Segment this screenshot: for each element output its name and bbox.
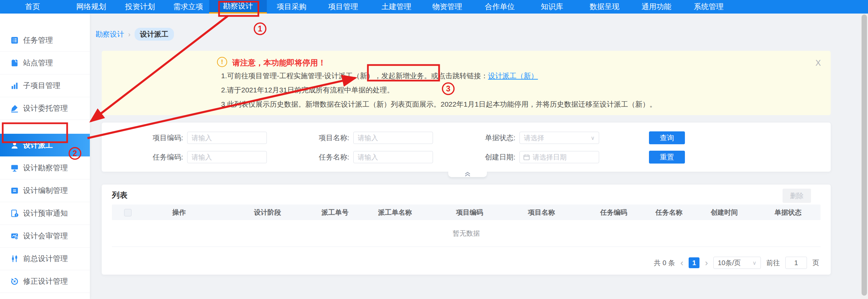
sidebar-item-revised-design-mgmt[interactable]: 修正设计管理 [0, 270, 90, 293]
query-button[interactable]: 查询 [649, 131, 685, 144]
top-nav: 首页 网络规划 投资计划 需求立项 勘察设计 项目采购 项目管理 土建管理 物资… [0, 0, 868, 14]
sidebar-item-task-mgmt[interactable]: 任务管理 [0, 29, 90, 52]
sidebar-item-subproject-mgmt[interactable]: 子项目管理 [0, 74, 90, 97]
sidebar-item-pre-general-design-mgmt[interactable]: 前总设计管理 [0, 247, 90, 270]
sidebar-item-design-review-mgmt[interactable]: 设计会审管理 [0, 225, 90, 248]
next-page-icon[interactable]: › [705, 257, 708, 269]
sidebar-item-label: 任务管理 [23, 35, 53, 45]
sidebar-item-design-entrust-mgmt[interactable]: 设计委托管理 [0, 97, 90, 120]
date-placeholder: 请选择日期 [529, 153, 599, 162]
chevron-down-icon: ∨ [591, 135, 599, 141]
sidebar-item-design-survey-mgmt[interactable]: 设计勘察管理 [0, 156, 90, 179]
sidebar-item-label: 设计编制管理 [23, 186, 68, 196]
sidebar-item-design-compile-mgmt[interactable]: 设计编制管理 [0, 179, 90, 202]
col-project-name: 项目名称 [528, 205, 555, 220]
sidebar-item-site-mgmt[interactable]: 站点管理 [0, 51, 90, 74]
project-code-input[interactable] [187, 132, 267, 144]
table-header: 操作 设计阶段 派工单号 派工单名称 项目编码 项目名称 任务编码 任务名称 创… [112, 205, 821, 220]
field-label: 任务编码: [132, 152, 187, 162]
reset-button[interactable]: 重置 [649, 151, 685, 164]
field-label: 任务名称: [298, 152, 353, 162]
empty-state: 暂无数据 [112, 220, 821, 247]
chevron-down-icon: ∨ [752, 260, 756, 266]
page-number-1[interactable]: 1 [689, 257, 699, 268]
sidebar-item-label: 站点管理 [23, 58, 53, 68]
breadcrumb-current: 设计派工 [135, 28, 174, 41]
app-window: 首页 网络规划 投资计划 需求立项 勘察设计 项目采购 项目管理 土建管理 物资… [0, 0, 868, 299]
goto-unit: 页 [812, 258, 819, 268]
total-count: 共 0 条 [654, 258, 675, 268]
double-chevron-up-icon [464, 172, 471, 177]
sidebar-item-label: 前总设计管理 [23, 254, 68, 264]
deprecation-notice: ! 请注意，本功能即将停用！ 1.可前往项目管理-工程实施管理-设计派工（新），… [102, 51, 831, 115]
sidebar-item-label: 设计勘察管理 [23, 163, 68, 173]
doc-status-select[interactable]: 请选择 ∨ [519, 132, 599, 144]
sidebar-item-label: 设计派工 [23, 140, 53, 150]
file-alert-icon [10, 209, 19, 218]
nav-item-general[interactable]: 通用功能 [628, 0, 685, 14]
list-icon [10, 36, 19, 45]
design-dispatch-new-link[interactable]: 设计派工（新） [488, 72, 538, 80]
user-icon [10, 141, 19, 150]
sliders-icon [10, 254, 19, 263]
nav-item-data-view[interactable]: 数据呈现 [576, 0, 633, 14]
breadcrumb-parent[interactable]: 勘察设计 [96, 29, 124, 39]
nav-item-project-mgmt[interactable]: 项目管理 [314, 0, 372, 14]
col-task-code: 任务编码 [600, 205, 627, 220]
field-create-date: 创建日期: 请选择日期 [465, 151, 599, 164]
sidebar: 任务管理 站点管理 子项目管理 设计委托管理 设计派工 设计勘察管理 设计编制管… [0, 14, 90, 299]
sidebar-item-label: 设计委托管理 [23, 103, 68, 113]
sidebar-item-label: 设计预审通知 [23, 208, 68, 218]
task-name-input[interactable] [353, 151, 433, 163]
notice-title: 请注意，本功能即将停用！ [232, 58, 326, 68]
notice-line-2: 2.请于2021年12月31日前完成所有流程中单据的处理。 [221, 85, 394, 95]
col-dispatch-no: 派工单号 [321, 205, 349, 220]
nav-item-knowledge[interactable]: 知识库 [523, 0, 581, 14]
filter-form-card: 项目编码: 项目名称: 单据状态: 请选择 ∨ 任务编码: 任务名称: 创建日期… [102, 123, 831, 172]
prev-page-icon[interactable]: ‹ [680, 257, 684, 269]
page-size-select[interactable]: 10条/页 ∨ [713, 257, 761, 269]
nav-item-survey-design[interactable]: 勘察设计 [209, 0, 267, 14]
col-task-name: 任务名称 [655, 205, 683, 220]
annotation-circle-1 [254, 23, 266, 35]
pencil-icon [10, 104, 19, 113]
vertical-scrollbar[interactable] [861, 14, 868, 299]
task-code-input[interactable] [187, 151, 267, 163]
notice-close-icon[interactable]: X [815, 58, 821, 68]
sidebar-item-label: 设计会审管理 [23, 231, 68, 241]
select-placeholder: 请选择 [520, 133, 591, 143]
field-doc-status: 单据状态: 请选择 ∨ [465, 131, 599, 144]
nav-item-procurement[interactable]: 项目采购 [263, 0, 320, 14]
notice-line-3: 3.此列表仅展示历史数据。新增数据在设计派工（新）列表页面展示。2022年1月1… [221, 100, 657, 109]
goto-page-input[interactable] [785, 257, 807, 269]
select-all-checkbox[interactable] [124, 209, 132, 216]
col-create-time: 创建时间 [711, 205, 738, 220]
col-dispatch-name: 派工单名称 [378, 205, 412, 220]
nav-item-civil-mgmt[interactable]: 土建管理 [368, 0, 425, 14]
scrollbar-thumb[interactable] [862, 15, 867, 296]
sidebar-item-design-approval-mgmt[interactable]: 设计批复管理 [0, 293, 90, 299]
clipboard-icon [10, 59, 19, 67]
collapse-form-button[interactable] [448, 171, 487, 177]
delete-button[interactable]: 删除 [783, 189, 811, 203]
col-project-code: 项目编码 [456, 205, 483, 220]
sidebar-item-design-preview-notice[interactable]: 设计预审通知 [0, 202, 90, 225]
project-name-input[interactable] [353, 132, 433, 144]
sidebar-item-design-dispatch[interactable]: 设计派工 [0, 134, 90, 156]
nav-item-demand[interactable]: 需求立项 [159, 0, 217, 14]
nav-item-system[interactable]: 系统管理 [680, 0, 737, 14]
pagination: 共 0 条 ‹ 1 › 10条/页 ∨ 前往 页 [654, 256, 819, 269]
field-task-code: 任务编码: [132, 151, 267, 164]
nav-item-home[interactable]: 首页 [4, 0, 61, 14]
page-size-value: 10条/页 [718, 258, 741, 268]
field-label: 创建日期: [465, 152, 519, 162]
create-date-picker[interactable]: 请选择日期 [519, 151, 599, 163]
field-task-name: 任务名称: [298, 151, 433, 164]
nav-item-partners[interactable]: 合作单位 [471, 0, 529, 14]
field-project-name: 项目名称: [298, 131, 433, 144]
warning-icon: ! [217, 57, 227, 67]
col-actions: 操作 [172, 205, 186, 220]
nav-item-material-mgmt[interactable]: 物资管理 [418, 0, 476, 14]
field-project-code: 项目编码: [132, 131, 267, 144]
sidebar-item-label: 子项目管理 [23, 81, 60, 91]
